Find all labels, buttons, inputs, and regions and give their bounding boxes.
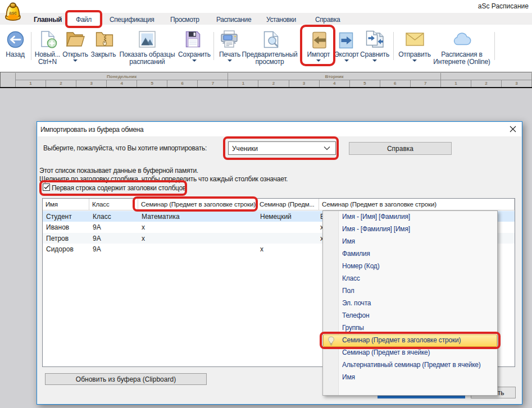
svg-text:asc: asc	[9, 10, 17, 16]
